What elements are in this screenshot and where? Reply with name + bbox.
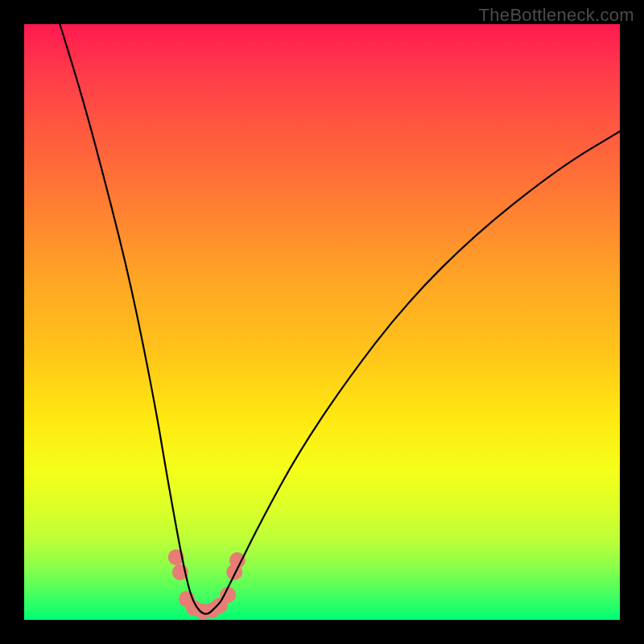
chart-frame: TheBottleneck.com [0, 0, 644, 644]
bottleneck-curve [60, 24, 620, 614]
watermark-text: TheBottleneck.com [479, 5, 634, 26]
highlight-dot [229, 552, 246, 568]
curve-layer [24, 24, 620, 620]
plot-area [24, 24, 620, 620]
highlight-dots [168, 549, 246, 619]
